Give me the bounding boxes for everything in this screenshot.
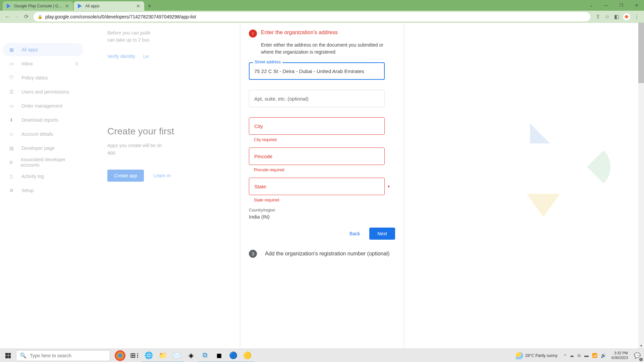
- address-modal: Enter the organization's address Enter e…: [241, 23, 403, 349]
- window-controls: ⌄ — ❐ ✕: [584, 0, 644, 11]
- street-input[interactable]: [249, 62, 385, 80]
- url-input[interactable]: 🔒 play.google.com/console/u/0/developers…: [34, 12, 590, 21]
- back-button[interactable]: Back: [343, 228, 367, 240]
- modal-actions: Back Next: [249, 228, 395, 240]
- apt-input[interactable]: [249, 90, 385, 107]
- explorer-icon[interactable]: 📁: [156, 349, 170, 362]
- clock-date: 6/30/2023: [611, 356, 628, 360]
- country-value: India (IN): [249, 214, 395, 220]
- country-label: Country/region: [249, 208, 395, 213]
- sidepanel-icon[interactable]: ◧: [612, 12, 621, 21]
- notification-badge: 5: [639, 358, 643, 361]
- chrome-icon[interactable]: 🔵: [226, 349, 240, 362]
- close-window-button[interactable]: ✕: [629, 0, 644, 11]
- close-icon[interactable]: ✕: [64, 3, 70, 9]
- pincode-input[interactable]: [249, 147, 385, 165]
- new-tab-button[interactable]: +: [145, 1, 154, 11]
- vertical-scrollbar[interactable]: ▲ ▼: [638, 23, 644, 349]
- state-field-wrap: ▼: [249, 178, 395, 195]
- chrome-canary-icon[interactable]: 🟡: [240, 349, 254, 362]
- tab-title: Google Play Console | Google Pl: [14, 4, 62, 8]
- task-view-icon[interactable]: ⊞⫶: [127, 349, 142, 362]
- maximize-button[interactable]: ❐: [614, 0, 629, 11]
- street-label: Street address: [253, 60, 282, 64]
- step3-title: Add the organization's registration numb…: [265, 251, 395, 257]
- wifi-icon[interactable]: 📶: [592, 353, 597, 358]
- notification-center[interactable]: 💬 5: [631, 349, 644, 362]
- mail-icon[interactable]: ✉️: [170, 349, 184, 362]
- search-input[interactable]: [30, 353, 106, 358]
- street-field-wrap: Street address: [249, 62, 395, 80]
- browser-tab[interactable]: Google Play Console | Google Pl ✕: [3, 1, 73, 11]
- battery-icon[interactable]: ▬: [584, 353, 589, 358]
- next-button[interactable]: Next: [369, 228, 395, 240]
- vscode-icon[interactable]: ⧉: [198, 349, 212, 362]
- step2-description: Enter either the address on the document…: [261, 42, 395, 56]
- edge-icon[interactable]: 🌐: [142, 349, 156, 362]
- system-tray[interactable]: ^ ☁ ⊘ ▬ 📶 🔊: [561, 353, 609, 358]
- weather-temp: 28°C: [525, 353, 534, 358]
- weather-desc: Partly sunny: [535, 353, 557, 358]
- sync-icon[interactable]: ⊘: [577, 353, 581, 358]
- browser-tab-strip: Google Play Console | Google Pl ✕ All ap…: [0, 0, 644, 11]
- pincode-field-wrap: [249, 147, 395, 165]
- clock-time: 3:32 PM: [611, 351, 628, 355]
- step3-header: 3 Add the organization's registration nu…: [249, 250, 395, 258]
- minimize-button[interactable]: —: [599, 0, 614, 11]
- figma-icon[interactable]: ◼: [212, 349, 226, 362]
- close-icon[interactable]: ✕: [136, 3, 141, 9]
- tab-search-icon[interactable]: ⌄: [584, 0, 599, 11]
- extension-icon[interactable]: [623, 13, 631, 21]
- windows-icon: [5, 353, 11, 358]
- cortana-icon[interactable]: [115, 350, 125, 361]
- notification-icon: 💬: [634, 352, 641, 359]
- forward-button[interactable]: →: [12, 12, 21, 21]
- scrollbar-thumb[interactable]: [638, 23, 644, 83]
- city-field-wrap: [249, 117, 395, 135]
- weather-widget[interactable]: 28°C Partly sunny: [516, 352, 557, 359]
- chevron-down-icon: ▼: [387, 185, 390, 188]
- page-content: ▦ All apps ▭ Inbox 3 ⛉ Policy status ☰ U…: [0, 23, 644, 349]
- tray-chevron-icon[interactable]: ^: [564, 353, 566, 358]
- play-favicon: [77, 3, 83, 9]
- address-bar: ← → ⟳ 🔒 play.google.com/console/u/0/deve…: [0, 11, 644, 23]
- reload-button[interactable]: ⟳: [21, 12, 31, 21]
- scroll-down-icon[interactable]: ▼: [638, 343, 644, 349]
- bookmark-icon[interactable]: ☆: [602, 12, 612, 21]
- pincode-error: Pincode required: [254, 168, 395, 172]
- share-icon[interactable]: ⇪: [593, 12, 602, 21]
- taskbar-clock[interactable]: 3:32 PM 6/30/2023: [609, 351, 631, 360]
- error-icon: [249, 29, 257, 38]
- copilot-icon[interactable]: ◈: [184, 349, 198, 362]
- city-input[interactable]: [249, 117, 385, 135]
- lock-icon: 🔒: [38, 14, 43, 19]
- tab-title: All apps: [85, 4, 133, 8]
- onedrive-icon[interactable]: ☁: [570, 353, 574, 358]
- menu-icon[interactable]: ⋮: [632, 12, 641, 21]
- taskbar: 🔍 ⊞⫶ 🌐 📁 ✉️ ◈ ⧉ ◼ 🔵 🟡 28°C Partly sunny …: [0, 349, 644, 362]
- city-error: City required: [254, 137, 395, 142]
- volume-icon[interactable]: 🔊: [601, 353, 606, 358]
- url-text: play.google.com/console/u/0/developers/7…: [45, 14, 196, 19]
- state-error: State required: [254, 198, 395, 202]
- apt-field-wrap: [249, 90, 395, 107]
- step3-number: 3: [249, 250, 257, 258]
- modal-overlay: Enter the organization's address Enter e…: [0, 23, 644, 349]
- play-favicon: [6, 3, 11, 9]
- step2-title: Enter the organization's address: [261, 29, 395, 36]
- step2-header: Enter the organization's address: [249, 29, 395, 38]
- search-icon: 🔍: [20, 352, 26, 359]
- start-button[interactable]: [0, 349, 16, 362]
- weather-icon: [516, 352, 523, 359]
- state-select[interactable]: [249, 178, 385, 195]
- back-button[interactable]: ←: [3, 12, 12, 21]
- browser-tab-active[interactable]: All apps ✕: [74, 1, 144, 11]
- taskbar-search[interactable]: 🔍: [16, 350, 110, 361]
